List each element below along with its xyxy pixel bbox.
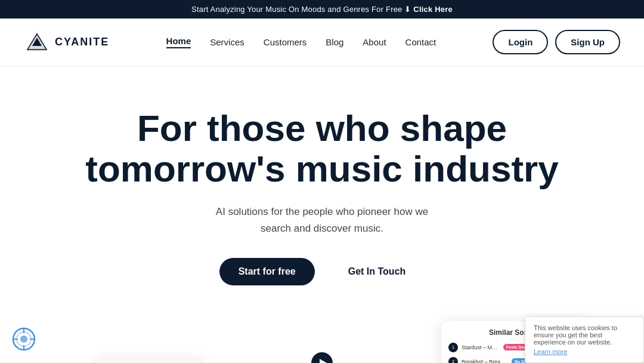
- hero-subtext-line2: search and discover music.: [261, 223, 383, 234]
- song-name-1: Stardust – Music Sounds Better: [462, 344, 500, 350]
- hero-headline: For those who shape tomorrow's music ind…: [83, 108, 561, 189]
- banner-link[interactable]: Click Here: [413, 5, 453, 14]
- logo-icon: [24, 29, 50, 56]
- top-banner: Start Analyzing Your Music On Moods and …: [0, 0, 644, 19]
- cookie-learn-more[interactable]: Learn more: [534, 348, 635, 355]
- banner-text: Start Analyzing Your Music On Moods and …: [191, 5, 413, 14]
- song-name-2: Breakbot – Break of Dawn: [462, 359, 508, 363]
- header-actions: Login Sign Up: [493, 30, 620, 54]
- preview-left-card: CYANITE Auto-Description: [95, 357, 203, 363]
- main-nav: Home Services Customers Blog About Conta…: [166, 36, 436, 48]
- nav-blog[interactable]: Blog: [326, 37, 343, 47]
- signup-button[interactable]: Sign Up: [555, 30, 620, 54]
- song-num-2: 2: [448, 357, 458, 363]
- bottom-left-icon: [12, 327, 36, 351]
- hero-buttons: Start for free Get In Touch: [12, 258, 632, 285]
- start-free-button[interactable]: Start for free: [219, 258, 315, 285]
- svg-point-8: [20, 336, 27, 343]
- header: CYANITE Home Services Customers Blog Abo…: [0, 19, 644, 66]
- get-in-touch-button[interactable]: Get In Touch: [329, 258, 425, 285]
- hero-headline-line2: tomorrow's music industry: [85, 148, 558, 189]
- nav-home[interactable]: Home: [166, 36, 191, 48]
- hero-section: For those who shape tomorrow's music ind…: [0, 66, 644, 309]
- hero-headline-line1: For those who shape: [137, 107, 507, 149]
- nav-customers[interactable]: Customers: [264, 37, 307, 47]
- nav-services[interactable]: Services: [210, 37, 244, 47]
- nav-contact[interactable]: Contact: [405, 37, 436, 47]
- logo-text: CYANITE: [55, 36, 109, 48]
- cookie-notice: This website uses cookies to ensure you …: [525, 316, 644, 363]
- cookie-text: This website uses cookies to ensure you …: [534, 324, 617, 346]
- logo[interactable]: CYANITE: [24, 29, 109, 56]
- hero-subtext: AI solutions for the people who pioneer …: [191, 204, 453, 236]
- hero-subtext-line1: AI solutions for the people who pioneer …: [216, 206, 428, 217]
- login-button[interactable]: Login: [493, 30, 548, 54]
- play-icon[interactable]: [311, 352, 333, 363]
- preview-center: One More Time – Daft Punk: [268, 352, 376, 363]
- nav-about[interactable]: About: [363, 37, 386, 47]
- song-num-1: 1: [448, 343, 458, 352]
